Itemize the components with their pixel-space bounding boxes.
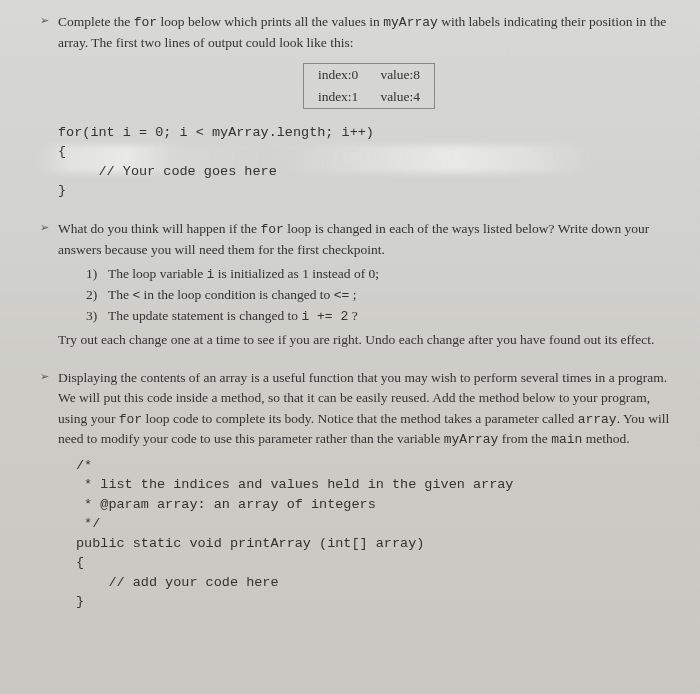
bullet-icon (40, 221, 49, 234)
example-output-box: index:0 value:8 index:1 value:4 (303, 63, 435, 109)
section2-outro: Try out each change one at a time to see… (58, 330, 680, 350)
numbered-list: 1) The loop variable i is initialized as… (86, 266, 680, 324)
item-text: The update statement is changed to i += … (108, 308, 358, 324)
bullet-icon (40, 370, 49, 383)
list-item: 3) The update statement is changed to i … (86, 308, 680, 324)
text: Complete the (58, 14, 134, 29)
text: in the loop condition is changed to (140, 287, 333, 302)
keyword-for: for (260, 222, 283, 237)
example-row: index:0 value:8 (304, 64, 434, 86)
text: The (108, 287, 132, 302)
text: loop code to complete its body. Notice t… (142, 411, 577, 426)
keyword-lte: <= (334, 288, 350, 303)
item-text: The < in the loop condition is changed t… (108, 287, 356, 303)
item-number: 2) (86, 287, 108, 303)
section2-intro: What do you think will happen if the for… (58, 219, 680, 260)
text: from the (498, 431, 551, 446)
section-print-array-method: Displaying the contents of an array is a… (20, 368, 680, 612)
item-number: 3) (86, 308, 108, 324)
keyword-array: array (578, 412, 617, 427)
code-block-print-array: /* * list the indices and values held in… (76, 456, 680, 613)
list-item: 1) The loop variable i is initialized as… (86, 266, 680, 282)
list-item: 2) The < in the loop condition is change… (86, 287, 680, 303)
section3-intro: Displaying the contents of an array is a… (58, 368, 680, 450)
text: What do you think will happen if the (58, 221, 260, 236)
keyword-myarray: myArray (383, 15, 438, 30)
keyword-for: for (119, 412, 142, 427)
keyword-inc: i += 2 (301, 309, 348, 324)
example-cell: index:0 (318, 67, 359, 83)
item-text: The loop variable i is initialized as 1 … (108, 266, 379, 282)
item-number: 1) (86, 266, 108, 282)
text: The update statement is changed to (108, 308, 301, 323)
example-cell: value:4 (380, 89, 420, 105)
section1-intro: Complete the for loop below which prints… (58, 12, 680, 53)
example-cell: value:8 (380, 67, 420, 83)
example-row: index:1 value:4 (304, 86, 434, 108)
text: is initialized as 1 instead of 0; (214, 266, 379, 281)
text: The loop variable (108, 266, 207, 281)
code-block-for-loop: for(int i = 0; i < myArray.length; i++) … (58, 123, 680, 201)
text: method. (582, 431, 629, 446)
keyword-main: main (551, 432, 582, 447)
keyword-for: for (134, 15, 157, 30)
text: ; (349, 287, 356, 302)
bullet-icon (40, 14, 49, 27)
section-predict-changes: What do you think will happen if the for… (20, 219, 680, 350)
section-complete-loop: Complete the for loop below which prints… (20, 12, 680, 201)
keyword-myarray: myArray (444, 432, 499, 447)
example-cell: index:1 (318, 89, 359, 105)
text: ? (348, 308, 357, 323)
text: loop below which prints all the values i… (157, 14, 383, 29)
